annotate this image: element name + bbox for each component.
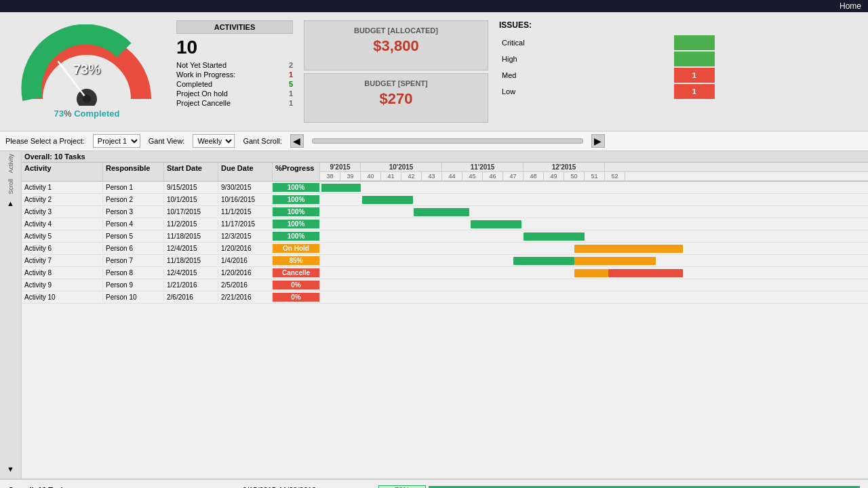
project-select[interactable]: Project 1: [93, 134, 140, 148]
cell-start-1: 9/15/2015: [164, 183, 218, 192]
act-row-0: Not Yet Started 2: [176, 61, 293, 69]
cell-start-3: 10/17/2015: [164, 207, 218, 216]
cell-progress-9: 0%: [273, 281, 320, 289]
gantt-side: Activity Scroll ▲ ▼: [0, 151, 22, 479]
cell-due-3: 11/1/2015: [218, 207, 273, 216]
issue-box-med: 1: [674, 68, 715, 83]
cell-due-9: 2/5/2016: [218, 281, 273, 289]
col-header-activity: Activity: [22, 163, 103, 181]
cell-start-10: 2/6/2016: [164, 293, 218, 302]
week-44: 44: [442, 172, 462, 180]
cell-responsible-2: Person 2: [103, 195, 164, 204]
cell-start-2: 10/1/2015: [164, 195, 218, 204]
cell-responsible-6: Person 6: [103, 244, 164, 253]
col-header-start: Start Date: [164, 163, 218, 181]
cell-responsible-5: Person 5: [103, 232, 164, 241]
header: Home: [0, 0, 868, 12]
gantt-bar-2: [362, 196, 413, 204]
cell-gantt-5: [320, 230, 868, 243]
cell-due-10: 2/21/2016: [218, 293, 273, 302]
cell-responsible-4: Person 4: [103, 220, 164, 228]
cell-gantt-4: [320, 218, 868, 230]
budget-section: BUDGET [ALLOCATED] $3,800 BUDGET [SPENT]…: [301, 18, 491, 125]
cell-progress-5: 100%: [273, 232, 320, 241]
act-row-3: Project On hold 1: [176, 89, 293, 98]
cell-progress-3: 100%: [273, 207, 320, 216]
gantt-main: Overall: 10 Tasks Activity Responsible S…: [22, 151, 868, 479]
act-label-2: Completed: [176, 80, 212, 88]
gantt-bar-7a: [513, 257, 574, 265]
scroll-up-button[interactable]: ▲: [7, 199, 14, 207]
cell-progress-8: Cancelle: [273, 268, 320, 277]
gantt-area: Activity Scroll ▲ ▼ Overall: 10 Tasks Ac…: [0, 151, 868, 479]
gauge-label: 73% Completed: [54, 108, 120, 119]
cell-gantt-2: [320, 194, 868, 206]
gantt-header: 9'2015 10'2015 11'2015 12'2015 38 39 40 …: [320, 163, 868, 181]
activities-total: 10: [176, 37, 293, 58]
issue-label-high: High: [499, 54, 673, 64]
cell-activity-5: Activity 5: [22, 232, 103, 241]
gauge-container: 73%: [19, 24, 155, 106]
cell-due-5: 12/3/2015: [218, 232, 273, 241]
month-dec: 12'2015: [524, 163, 605, 171]
month-nov: 11'2015: [442, 163, 524, 171]
week-41: 41: [381, 172, 401, 180]
week-49: 49: [544, 172, 564, 180]
cell-gantt-8: [320, 267, 868, 279]
cell-activity-4: Activity 4: [22, 220, 103, 228]
issue-label-critical: Critical: [499, 37, 673, 48]
week-42: 42: [401, 172, 422, 180]
week-50: 50: [564, 172, 585, 180]
cell-progress-7: 85%: [273, 256, 320, 265]
cell-gantt-1: [320, 182, 868, 194]
cell-responsible-7: Person 7: [103, 256, 164, 265]
table-row: Activity 9 Person 9 1/21/2016 2/5/2016 0…: [22, 279, 868, 291]
gantt-bar-8b: [608, 269, 683, 277]
scroll-down-button[interactable]: ▼: [7, 465, 14, 473]
gant-view-select[interactable]: Weekly: [193, 134, 235, 148]
cell-responsible-1: Person 1: [103, 183, 164, 192]
cell-gantt-7: [320, 255, 868, 267]
col-header-due: Due Date: [218, 163, 273, 181]
gantt-bar-1: [321, 184, 361, 192]
scroll-left-button[interactable]: ◀: [290, 134, 304, 148]
budget-spent-value: $270: [310, 90, 482, 108]
activities-section: ACTIVITIES 10 Not Yet Started 2 Work in …: [174, 18, 296, 125]
week-39: 39: [340, 172, 361, 180]
issue-box-high: [674, 52, 715, 66]
activities-title: ACTIVITIES: [176, 20, 293, 34]
cell-responsible-9: Person 9: [103, 281, 164, 289]
cell-activity-3: Activity 3: [22, 207, 103, 216]
table-header: Activity Responsible Start Date Due Date…: [22, 163, 868, 182]
cell-due-2: 10/16/2015: [218, 195, 273, 204]
table-row: Activity 4 Person 4 11/2/2015 11/17/2015…: [22, 218, 868, 230]
cell-progress-6: On Hold: [273, 244, 320, 253]
home-button[interactable]: Home: [840, 1, 861, 11]
cell-responsible-10: Person 10: [103, 293, 164, 302]
week-38: 38: [320, 172, 340, 180]
week-52: 52: [605, 172, 625, 180]
cell-due-7: 1/4/2016: [218, 256, 273, 265]
table-row: Activity 2 Person 2 10/1/2015 10/16/2015…: [22, 194, 868, 206]
cell-due-8: 1/20/2016: [218, 268, 273, 277]
issues-title: ISSUES:: [499, 20, 860, 30]
cell-progress-10: 0%: [273, 293, 320, 302]
cell-progress-4: 100%: [273, 220, 320, 228]
week-47: 47: [503, 172, 524, 180]
cell-activity-10: Activity 10: [22, 293, 103, 302]
cell-start-6: 12/4/2015: [164, 244, 218, 253]
week-43: 43: [422, 172, 442, 180]
scroll-right-button[interactable]: ▶: [591, 134, 605, 148]
budget-spent-title: BUDGET [SPENT]: [310, 79, 482, 87]
cell-activity-6: Activity 6: [22, 244, 103, 253]
act-val-2: 5: [289, 80, 293, 88]
act-row-4: Project Cancelle 1: [176, 99, 293, 107]
table-row: Activity 6 Person 6 12/4/2015 1/20/2016 …: [22, 243, 868, 255]
cell-gantt-9: [320, 279, 868, 291]
table-row: Activity 1 Person 1 9/15/2015 9/30/2015 …: [22, 182, 868, 194]
gantt-scrollbar[interactable]: [312, 138, 583, 144]
overall-row: Overall: 10 Tasks: [22, 151, 868, 163]
cell-gantt-6: [320, 243, 868, 255]
footer-row: Overall: 10 Tasks 9/15/2015 11/28/2016 7…: [0, 479, 868, 488]
act-val-1: 1: [289, 70, 293, 79]
